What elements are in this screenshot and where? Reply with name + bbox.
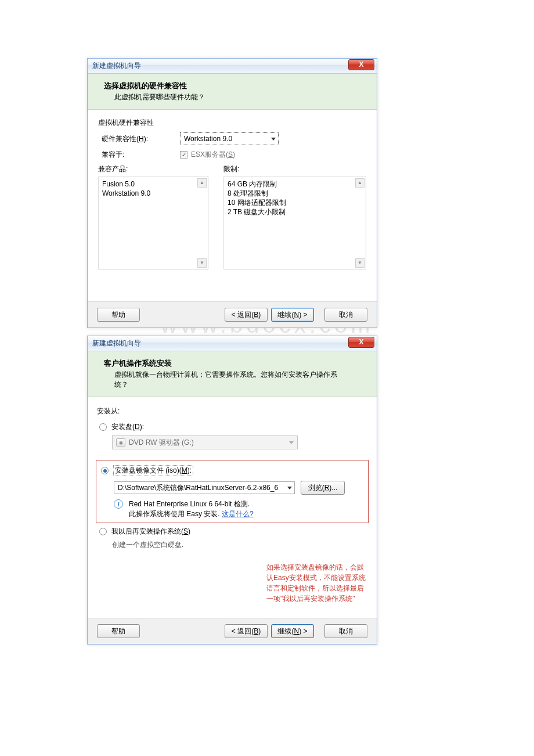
- esx-label: ESX服务器(S): [191, 150, 235, 160]
- install-later-desc: 创建一个虚拟空白硬盘.: [112, 540, 369, 550]
- install-disk-radio[interactable]: 安装盘(D):: [99, 422, 365, 432]
- window-title: 新建虚拟机向导: [92, 339, 348, 348]
- cancel-button[interactable]: 取消: [324, 624, 367, 638]
- close-button[interactable]: X: [348, 337, 374, 348]
- scroll-down-icon[interactable]: ▼: [197, 258, 207, 268]
- wizard-title: 客户机操作系统安装: [104, 358, 367, 369]
- radio-icon: [99, 423, 107, 431]
- whats-this-link[interactable]: 这是什么?: [222, 510, 254, 518]
- drive-select[interactable]: ◉ DVD RW 驱动器 (G:): [112, 435, 298, 449]
- wizard-footer: 帮助 < 返回(B) 继续(N) > 取消: [88, 618, 377, 644]
- checkbox-icon: ✓: [180, 151, 187, 159]
- hw-compat-label: 硬件兼容性(H):: [102, 134, 180, 144]
- compat-with-label: 兼容于:: [102, 150, 180, 160]
- dvd-drive-icon: ◉: [116, 438, 125, 447]
- help-button[interactable]: 帮助: [97, 308, 140, 322]
- guest-os-install-dialog: 新建虚拟机向导 X 客户机操作系统安装 虚拟机就像一台物理计算机；它需要操作系统…: [87, 336, 377, 645]
- chevron-down-icon: [271, 138, 276, 141]
- wizard-footer: 帮助 < 返回(B) 继续(N) > 取消: [88, 301, 377, 327]
- next-button[interactable]: 继续(N) >: [271, 624, 314, 638]
- wizard-body: 安装从: 安装盘(D): ◉ DVD RW 驱动器 (G:) 安装盘: [88, 397, 377, 618]
- chevron-down-icon: [287, 487, 292, 489]
- install-iso-radio[interactable]: 安装盘镜像文件 (iso)(M):: [101, 465, 363, 476]
- help-button[interactable]: 帮助: [97, 624, 140, 638]
- limits-label: 限制:: [223, 164, 366, 174]
- scroll-down-icon[interactable]: ▼: [355, 258, 365, 268]
- cancel-button[interactable]: 取消: [324, 308, 367, 322]
- iso-path-combo[interactable]: D:\Software\系统镜像\RatHatLinuxServer-6.2-x…: [114, 481, 295, 494]
- list-item: 10 网络适配器限制: [228, 198, 362, 207]
- back-button[interactable]: < 返回(B): [225, 624, 268, 638]
- close-button[interactable]: X: [348, 59, 374, 70]
- list-item: 64 GB 内存限制: [228, 179, 362, 189]
- window-title: 新建虚拟机向导: [92, 61, 348, 71]
- wizard-title: 选择虚拟机的硬件兼容性: [104, 81, 367, 91]
- iso-section-highlight: 安装盘镜像文件 (iso)(M): D:\Software\系统镜像\RatHa…: [96, 460, 369, 523]
- install-later-label: 我以后再安装操作系统(S): [111, 527, 190, 537]
- detection-text: Red Hat Enterprise Linux 6 64-bit 检测. 此操…: [129, 499, 254, 519]
- wizard-header: 客户机操作系统安装 虚拟机就像一台物理计算机；它需要操作系统。您将如何安装客户操…: [88, 351, 377, 397]
- radio-icon: [101, 467, 109, 474]
- iso-path-value: D:\Software\系统镜像\RatHatLinuxServer-6.2-x…: [118, 483, 278, 493]
- drive-value: DVD RW 驱动器 (G:): [129, 438, 281, 448]
- next-button[interactable]: 继续(N) >: [271, 308, 314, 322]
- chevron-down-icon: [289, 441, 294, 444]
- list-item: Workstation 9.0: [102, 189, 204, 198]
- titlebar[interactable]: 新建虚拟机向导 X: [88, 59, 377, 74]
- radio-icon: [99, 528, 107, 535]
- install-from-label: 安装从:: [97, 406, 367, 416]
- wizard-body: 虚拟机硬件兼容性 硬件兼容性(H): Workstation 9.0 兼容于: …: [88, 110, 377, 301]
- wizard-subtitle: 此虚拟机需要哪些硬件功能？: [104, 92, 348, 102]
- install-disk-label: 安装盘(D):: [111, 422, 144, 432]
- list-item: 2 TB 磁盘大小限制: [228, 207, 362, 217]
- titlebar[interactable]: 新建虚拟机向导 X: [88, 336, 377, 351]
- browse-button[interactable]: 浏览(R)...: [301, 481, 345, 495]
- section-label: 虚拟机硬件兼容性: [98, 118, 366, 128]
- hardware-compat-dialog: 新建虚拟机向导 X 选择虚拟机的硬件兼容性 此虚拟机需要哪些硬件功能？ 虚拟机硬…: [87, 58, 377, 328]
- scroll-up-icon[interactable]: ▲: [197, 178, 207, 188]
- limits-list[interactable]: 64 GB 内存限制 8 处理器限制 10 网络适配器限制 2 TB 磁盘大小限…: [223, 177, 366, 269]
- wizard-header: 选择虚拟机的硬件兼容性 此虚拟机需要哪些硬件功能？: [88, 74, 377, 110]
- list-item: 8 处理器限制: [228, 189, 362, 198]
- scroll-up-icon[interactable]: ▲: [355, 178, 365, 188]
- hw-compat-select[interactable]: Workstation 9.0: [180, 132, 279, 145]
- install-later-radio[interactable]: 我以后再安装操作系统(S): [99, 527, 365, 537]
- back-button[interactable]: < 返回(B): [225, 308, 268, 322]
- list-item: Fusion 5.0: [102, 179, 204, 189]
- install-iso-label: 安装盘镜像文件 (iso)(M):: [113, 465, 193, 476]
- annotation-note: 如果选择安装盘镜像的话，会默认Easy安装模式，不能设置系统语言和定制软件，所以…: [266, 562, 369, 604]
- info-icon: i: [114, 499, 123, 509]
- hw-compat-value: Workstation 9.0: [184, 135, 232, 143]
- compat-products-list[interactable]: Fusion 5.0 Workstation 9.0 ▲ ▼: [98, 177, 208, 269]
- wizard-subtitle: 虚拟机就像一台物理计算机；它需要操作系统。您将如何安装客户操作系统？: [104, 370, 348, 390]
- compat-products-label: 兼容产品:: [98, 164, 208, 174]
- esx-server-checkbox[interactable]: ✓ ESX服务器(S): [180, 150, 235, 160]
